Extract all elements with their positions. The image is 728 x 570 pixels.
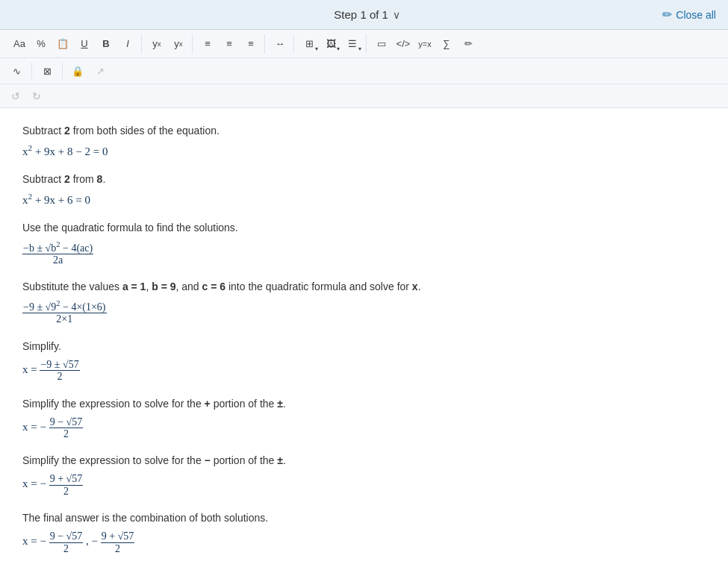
image-button[interactable]: 🖼 — [320, 34, 341, 54]
step-8-math: x = − 9 − √57 2 , − 9 + √57 2 — [22, 530, 706, 554]
lock-button[interactable]: 🔒 — [67, 61, 88, 81]
step-block-2: Subtract 2 from 8. x2 + 9x + 6 = 0 — [22, 172, 706, 207]
wave-button[interactable]: ∿ — [6, 61, 27, 81]
step-block-1: Subtract 2 from both sides of the equati… — [22, 123, 706, 158]
toolbar-group-resize: ↔ — [267, 34, 294, 54]
list-button[interactable]: ☰ — [342, 34, 363, 54]
step-block-8: The final answer is the combination of b… — [22, 510, 706, 554]
header-center: Step 1 of 1 ∨ — [334, 8, 400, 21]
close-all-button[interactable]: ✏ Close all — [662, 7, 716, 22]
step-7-description: Simplify the expression to solve for the… — [22, 453, 706, 469]
step-1-description: Subtract 2 from both sides of the equati… — [22, 123, 706, 139]
image2-button[interactable]: ▭ — [371, 34, 392, 54]
step-2-math: x2 + 9x + 6 = 0 — [22, 192, 706, 207]
bold-button[interactable]: B — [96, 34, 116, 54]
step-block-3: Use the quadratic formula to find the so… — [22, 220, 706, 266]
sigma-button[interactable]: ∑ — [436, 34, 457, 54]
subscript-button[interactable]: yx — [146, 34, 167, 54]
step-7-math: x = − 9 + √57 2 — [22, 473, 706, 497]
clipboard-button[interactable]: 📋 — [52, 34, 73, 54]
table-button[interactable]: ⊞ — [299, 34, 320, 54]
math-formula-button[interactable]: y=x — [414, 34, 435, 54]
chevron-down-icon[interactable]: ∨ — [393, 9, 400, 21]
step-4-math: −9 ± √92 − 4×(1×6) 2×1 — [22, 299, 706, 325]
step-6-math: x = − 9 − √57 2 — [22, 416, 706, 440]
align-left-button[interactable]: ≡ — [197, 34, 218, 54]
code-button[interactable]: </> — [393, 34, 414, 54]
step-block-5: Simplify. x = −9 ± √57 2 — [22, 339, 706, 383]
step-block-6: Simplify the expression to solve for the… — [22, 396, 706, 440]
toolbar-row2: ∿ ⊠ 🔒 ↗ — [0, 58, 728, 84]
step-6-description: Simplify the expression to solve for the… — [22, 396, 706, 412]
step-label: Step 1 of 1 — [334, 8, 388, 21]
step-block-4: Substitute the values a = 1, b = 9, and … — [22, 279, 706, 325]
step-5-math: x = −9 ± √57 2 — [22, 359, 706, 383]
font-size-button[interactable]: Aa — [9, 34, 30, 54]
special-char-button[interactable]: % — [31, 34, 52, 54]
toolbar-group-script: yx yx — [143, 34, 193, 54]
toolbar-group-insert: ⊞ 🖼 ☰ — [296, 34, 367, 54]
draw-button[interactable]: ✏ — [458, 34, 479, 54]
underline-button[interactable]: U — [74, 34, 95, 54]
toolbar-group-align: ≡ ≡ ≡ — [194, 34, 265, 54]
content-area: Subtract 2 from both sides of the equati… — [0, 108, 728, 570]
undo-bar: ↺ ↻ — [0, 84, 728, 108]
matrix-button[interactable]: ⊠ — [37, 61, 57, 81]
step-2-description: Subtract 2 from 8. — [22, 172, 706, 187]
step-3-description: Use the quadratic formula to find the so… — [22, 220, 706, 236]
superscript-button[interactable]: yx — [168, 34, 189, 54]
toolbar-group-text: Aa % 📋 U B I — [6, 34, 142, 54]
redo-button[interactable]: ↻ — [28, 88, 45, 104]
header-bar: Step 1 of 1 ∨ ✏ Close all — [0, 0, 728, 30]
step-3-math: −b ± √b2 − 4(ac) 2a — [22, 240, 706, 266]
toolbar-row1: Aa % 📋 U B I yx yx ≡ ≡ ≡ ↔ ⊞ 🖼 ☰ ▭ </> y… — [0, 30, 728, 58]
step-5-description: Simplify. — [22, 339, 706, 354]
step-8-description: The final answer is the combination of b… — [22, 510, 706, 526]
share-button[interactable]: ↗ — [90, 61, 111, 81]
pencil-close-icon: ✏ — [662, 7, 672, 22]
italic-button[interactable]: I — [117, 34, 138, 54]
close-all-label: Close all — [676, 9, 716, 21]
align-right-button[interactable]: ≡ — [240, 34, 261, 54]
resize-button[interactable]: ↔ — [270, 34, 290, 54]
step-block-7: Simplify the expression to solve for the… — [22, 453, 706, 497]
step-4-description: Substitute the values a = 1, b = 9, and … — [22, 279, 706, 295]
undo-button[interactable]: ↺ — [7, 88, 24, 104]
toolbar-group-math: ▭ </> y=x ∑ ✏ — [368, 34, 482, 54]
step-1-math: x2 + 9x + 8 − 2 = 0 — [22, 143, 706, 158]
align-center-button[interactable]: ≡ — [219, 34, 240, 54]
